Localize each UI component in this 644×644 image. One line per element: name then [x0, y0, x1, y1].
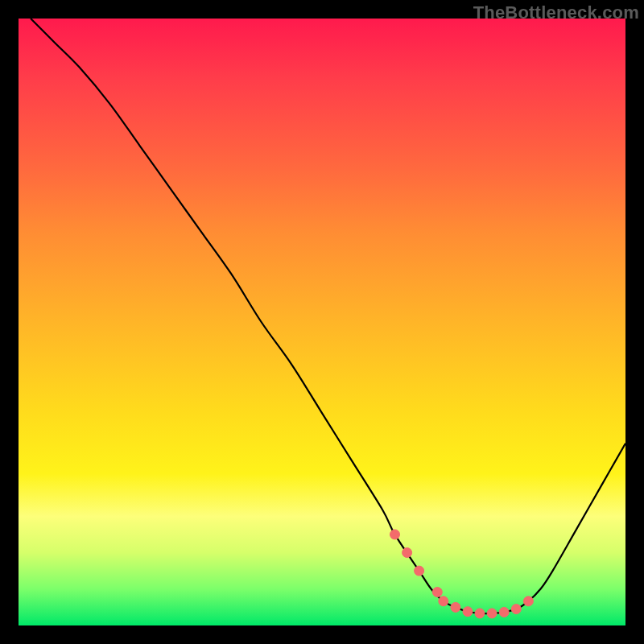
valley-dot	[415, 566, 424, 576]
valley-dot	[463, 607, 473, 617]
valley-dot	[402, 548, 412, 558]
valley-dot	[499, 607, 509, 617]
plot-area	[19, 19, 625, 625]
valley-dot	[439, 597, 448, 606]
chart-frame: TheBottleneck.com	[0, 0, 644, 644]
valley-dot	[451, 602, 460, 612]
valley-dot	[432, 588, 442, 597]
valley-dot	[523, 597, 533, 606]
valley-dot	[511, 605, 521, 614]
valley-dot	[475, 609, 485, 618]
valley-dot	[390, 530, 400, 539]
valley-dots-group	[390, 530, 534, 618]
valley-dot	[487, 609, 497, 618]
chart-svg	[19, 19, 625, 625]
bottleneck-curve-path	[31, 19, 625, 613]
